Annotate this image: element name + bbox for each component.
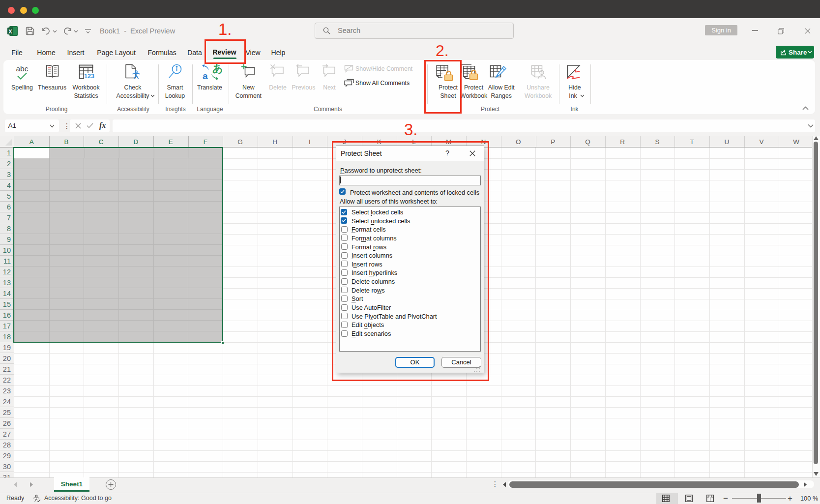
svg-text:X: X [8,29,12,34]
